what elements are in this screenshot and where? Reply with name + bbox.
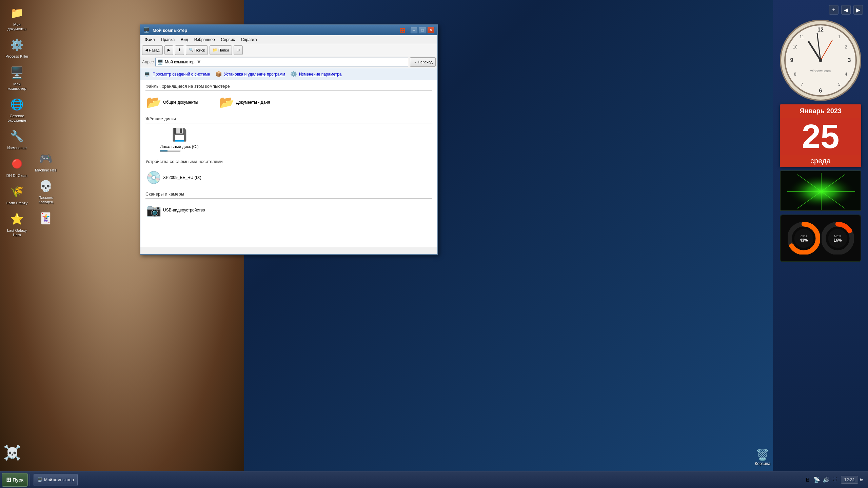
toolbar-up[interactable]: ⬆ [175,45,184,55]
go-label: Переход [418,60,433,64]
task-install-remove[interactable]: 📦 Установка и удаление программ [215,71,285,77]
icon-dh-dr[interactable]: 🔴 DH Dr Clean [3,155,31,179]
close-button[interactable]: ✕ [427,27,435,34]
icon-farm-frenzy[interactable]: 🌾 Farm Frenzy [3,182,31,207]
clock-svg: 12 3 6 9 1 2 4 5 7 8 10 11 [783,23,858,98]
icon-machine-hell[interactable]: 💀 Пасьянс Колодец [32,177,59,206]
tray-time: 12:31 [844,477,855,482]
moi-kompyuter-label: Мой компьютер [5,82,29,91]
hard-drives-title: Жёсткие диски [145,116,432,121]
item-dokumenty-danya[interactable]: 📂 Документы - Даня [218,94,286,110]
setevoe-icon: 🌐 [9,96,25,113]
icon-process-killer[interactable]: ⚙️ Process Killer [3,35,31,60]
menu-view[interactable]: Вид [178,37,191,43]
task-install-remove-label: Установка и удаление программ [224,72,285,77]
task-change-param[interactable]: ⚙️ Изменение параметра [290,71,342,77]
recycle-bin-label: Корзина [755,461,770,466]
ie-icon[interactable]: Ie [860,478,863,482]
igry-nevoso-label: Machine Hell [35,168,57,172]
address-dropdown-icon[interactable]: ▼ [196,59,202,65]
toolbar-view[interactable]: ⊞ [234,45,243,55]
scanners-items: 📷 USB-видеоустройство [145,200,432,220]
minimize-button[interactable]: ─ [410,27,418,34]
local-c-name: Локальный диск (C:) [160,144,199,149]
svg-text:3: 3 [848,57,851,63]
menu-help[interactable]: Справка [238,37,260,43]
svg-text:10: 10 [793,45,797,49]
svg-text:4: 4 [845,72,847,77]
icon-moi-dokumenty[interactable]: 📁 Мои документы [3,3,31,33]
window-titlebar[interactable]: 🖥️ Мой компьютер ⊞ ─ □ ✕ [140,25,437,35]
skull-desktop-icon[interactable]: ☠️ [3,444,21,461]
nav-right-button[interactable]: ▶ [853,5,863,15]
tray-icon-network[interactable]: 📡 [813,476,821,484]
calendar-header: Январь 2023 [780,104,861,118]
search-label: Поиск [195,48,205,52]
icon-igry-nevoso[interactable]: 🎮 Machine Hell [32,149,59,174]
tray-clock-area: 12:31 [841,476,858,484]
system-monitor-widget: CPU 43% MEM 16% [780,215,861,262]
svg-text:7: 7 [801,82,803,87]
calendar-date: 25 [780,118,861,155]
desktop: 📁 Мои документы ⚙️ Process Killer 🖥️ Мой… [0,0,868,488]
address-bar-row: Адрес 🖥️ Мой компьютер ▼ → Переход [140,56,437,68]
setevoe-label: Сетевое окружение [5,114,29,123]
item-obschie-dok[interactable]: 📂 Общие документы [145,94,213,110]
dh-dr-icon: 🔴 [9,156,25,172]
tray-icons: 🖥 📡 🔊 🛡 [804,476,839,484]
up-icon: ⬆ [178,48,181,52]
toolbar-forward[interactable]: ▶ [164,45,173,55]
icon-izmenenie[interactable]: 🔧 Изменение [3,127,31,151]
viz-widget [780,170,861,211]
window-statusbar [140,247,437,254]
desktop-icons-right-col: 🎮 Machine Hell 💀 Пасьянс Колодец 🃏 [29,0,83,232]
hard-drives-divider [145,123,432,123]
icon-moi-kompyuter[interactable]: 🖥️ Мой компьютер [3,63,31,92]
tray-icon-screen[interactable]: 🖥 [804,476,812,484]
menu-service[interactable]: Сервис [218,37,238,43]
nav-left-button[interactable]: ◀ [841,5,851,15]
item-usb-video[interactable]: 📷 USB-видеоустройство [145,202,213,218]
izmenenie-label: Изменение [7,146,26,150]
back-label: Назад [149,48,160,52]
address-bar[interactable]: 🖥️ Мой компьютер ▼ [155,58,408,66]
icon-last-galaxy-hero[interactable]: ⭐ Last Galaxy Hero [3,209,31,239]
icon-setevoe[interactable]: 🌐 Сетевое окружение [3,95,31,124]
menu-favorites[interactable]: Избранное [192,37,218,43]
menu-edit[interactable]: Правка [158,37,178,43]
window-content: Файлы, хранящиеся на этом компьютере 📂 О… [140,80,437,247]
toolbar-search[interactable]: 🔍 Поиск [186,45,208,55]
farm-frenzy-icon: 🌾 [9,183,25,200]
shared-folders-items: 📂 Общие документы 📂 Документы - Даня [145,93,432,112]
svg-text:9: 9 [790,57,793,63]
recycle-bin[interactable]: 🗑️ Корзина [755,448,770,466]
item-local-c[interactable]: 💾 Локальный диск (C:) [145,127,213,153]
shared-folders-title: Файлы, хранящиеся на этом компьютере [145,84,432,89]
icon-pasyans[interactable]: 🃏 [32,209,59,229]
tray-icon-shield[interactable]: 🛡 [831,476,839,484]
task-view-info[interactable]: 💻 Просмотр сведений о системе [144,71,210,77]
dokumenty-danya-folder-icon: 📂 [220,96,233,109]
last-galaxy-hero-label: Last Galaxy Hero [5,228,29,237]
start-button[interactable]: ⊞ Пуск [2,473,28,487]
usb-video-camera-icon: 📷 [147,203,160,217]
svg-text:43%: 43% [800,238,808,243]
winxp-logo-text: ⊞ [400,26,406,34]
svg-text:11: 11 [800,35,804,39]
address-go-button[interactable]: → Переход [410,57,436,67]
taskbar-item-explorer[interactable]: 🖥️ Мой компьютер [34,474,77,486]
maximize-button[interactable]: □ [419,27,426,34]
toolbar-back[interactable]: ◀ Назад [142,45,163,55]
forward-icon: ▶ [167,48,170,52]
moi-dokumenty-label: Мои документы [5,22,29,31]
menu-file[interactable]: Файл [142,37,158,43]
svg-text:6: 6 [819,88,822,94]
winxp-logo: ⊞ [397,26,408,34]
view-icon: ⊞ [237,48,240,52]
item-xp2009-d[interactable]: 💿 XP2009_BE_RU (D:) [145,169,213,186]
tray-icon-volume[interactable]: 🔊 [822,476,830,484]
nav-add-button[interactable]: + [829,5,839,15]
explorer-window: 🖥️ Мой компьютер ⊞ ─ □ ✕ Файл Правка Вид… [140,24,438,255]
process-killer-label: Process Killer [5,54,28,59]
toolbar-folders[interactable]: 📁 Папки [210,45,232,55]
